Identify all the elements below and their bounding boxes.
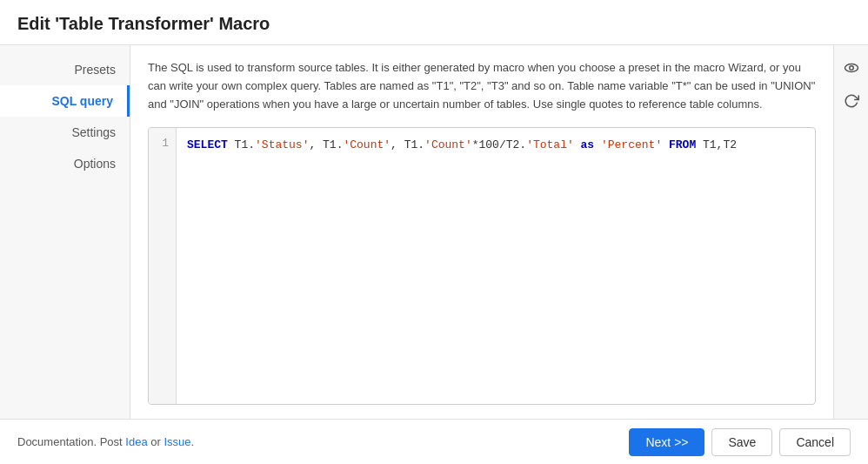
- documentation-label: Documentation.: [17, 435, 97, 448]
- sidebar-item-settings[interactable]: Settings: [0, 117, 130, 148]
- cancel-button[interactable]: Cancel: [779, 428, 851, 456]
- refresh-icon-button[interactable]: [839, 89, 864, 113]
- sidebar-item-options[interactable]: Options: [0, 148, 130, 179]
- or-label: or: [150, 435, 164, 448]
- eye-icon-button[interactable]: [839, 56, 864, 80]
- main-content: Presets SQL query Settings Options The S…: [0, 45, 868, 419]
- line-numbers: 1: [149, 128, 177, 404]
- footer-links: Documentation. Post Idea or Issue.: [17, 435, 194, 448]
- next-button[interactable]: Next >>: [629, 428, 704, 456]
- sidebar: Presets SQL query Settings Options: [0, 45, 130, 419]
- issue-link[interactable]: Issue: [164, 435, 190, 448]
- svg-point-1: [849, 66, 853, 71]
- save-button[interactable]: Save: [711, 428, 772, 456]
- sql-code[interactable]: SELECT T1.'Status', T1.'Count', T1.'Coun…: [177, 128, 815, 404]
- right-panel: [833, 45, 868, 419]
- sidebar-item-sql-query[interactable]: SQL query: [0, 85, 130, 117]
- svg-point-0: [845, 64, 858, 72]
- sidebar-item-presets[interactable]: Presets: [0, 54, 130, 85]
- post-label: Post: [100, 435, 126, 448]
- page-header: Edit 'Table Transformer' Macro: [0, 0, 868, 45]
- footer-actions: Next >> Save Cancel: [629, 428, 851, 456]
- content-area: The SQL is used to transform source tabl…: [130, 45, 833, 419]
- idea-link[interactable]: Idea: [125, 435, 147, 448]
- footer: Documentation. Post Idea or Issue. Next …: [0, 419, 868, 464]
- page-title: Edit 'Table Transformer' Macro: [17, 14, 270, 33]
- description-text: The SQL is used to transform source tabl…: [148, 59, 816, 113]
- sql-editor[interactable]: 1 SELECT T1.'Status', T1.'Count', T1.'Co…: [148, 127, 816, 405]
